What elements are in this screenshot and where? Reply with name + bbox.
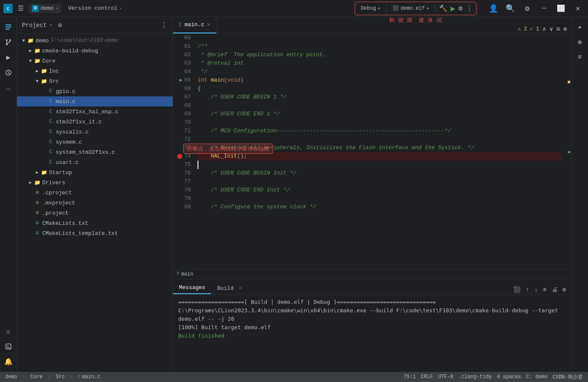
tree-item-it[interactable]: C stm32f1xx_it.c [17, 117, 173, 127]
code-line-67: /* USER CODE BEGIN 1 */ [198, 93, 562, 101]
warning-badge[interactable]: ⚠ 2 ✓ 1 [517, 25, 540, 33]
tab-build[interactable]: Build × [211, 283, 248, 294]
tab-main-c[interactable]: C main.c × [173, 17, 217, 33]
file-icon-sysmem: C [47, 139, 54, 145]
panel-gear-icon[interactable]: ⚙ [58, 22, 62, 29]
debug-more-icon[interactable]: ⋮ [466, 4, 473, 13]
bottom-stop-icon[interactable]: ⬛ [512, 285, 522, 294]
tab-options[interactable]: ⚙ [563, 25, 568, 33]
vcs-selector[interactable]: Version control ▾ [65, 4, 125, 13]
debug-elf-dropdown[interactable]: ⬛ demo.elf ▾ [390, 4, 432, 12]
status-src-label: Src [56, 374, 65, 380]
build-line-4: Build finished [178, 332, 566, 340]
status-sep2: › [48, 374, 51, 380]
status-src[interactable]: Src [54, 374, 67, 380]
tree-item-system[interactable]: C system_stm32f1xx.c [17, 147, 173, 157]
tree-item-hal-msp[interactable]: C stm32f1xx_hal_msp.c [17, 106, 173, 117]
tree-item-inc[interactable]: 📁 Inc [17, 66, 173, 76]
code-line-71: /* MCU Configuration--------------------… [198, 127, 562, 135]
tree-item-drivers[interactable]: 📁 Drivers [17, 177, 173, 188]
tree-item-main[interactable]: C main.c [17, 96, 173, 106]
panel-more-icon[interactable]: ⋮ [161, 21, 168, 30]
status-encoding[interactable]: UTF-8 [436, 374, 455, 380]
account-icon[interactable]: 👤 [487, 2, 500, 15]
panel-title: Project [22, 22, 47, 29]
tree-label-sysmem: sysmem.c [56, 139, 82, 145]
elf-arrow: ▾ [426, 6, 429, 11]
tree-item-cmake-template[interactable]: ≡ CMakeLists_template.txt [17, 228, 173, 238]
tree-item-core[interactable]: 📁 Core [17, 56, 173, 66]
tree-item-cmake[interactable]: 📁 cmake-build-debug [17, 46, 173, 56]
right-sidebar: ✦ ⊕ ≡ [571, 17, 588, 372]
status-csdn[interactable]: CSDN·韩少君 [551, 374, 585, 381]
sidebar-item-project[interactable] [2, 20, 15, 34]
status-demo[interactable]: demo [3, 374, 19, 380]
tab-nav-down[interactable]: ∨ [549, 25, 554, 33]
sidebar-item-problems[interactable]: ⚠ [2, 325, 15, 338]
status-indent[interactable]: 4 spaces [495, 374, 523, 380]
bottom-scroll-up[interactable]: ↑ [524, 286, 531, 294]
tree-label-core: Core [42, 58, 55, 64]
status-position[interactable]: 75:1 [402, 374, 417, 380]
svg-text:C: C [7, 7, 9, 11]
tree-item-cproject[interactable]: ≡ .cproject [17, 188, 173, 198]
sidebar-item-run[interactable]: ▶ [2, 51, 15, 64]
tree-item-sysmem[interactable]: C sysmem.c [17, 137, 173, 147]
line-number-65: ▶65 [176, 76, 191, 85]
maximize-icon[interactable]: ⬜ [554, 2, 568, 15]
bottom-gear[interactable]: ⚙ [561, 285, 568, 294]
sidebar-item-terminal[interactable] [2, 340, 15, 353]
tree-item-project[interactable]: ≡ .project [17, 208, 173, 218]
sidebar-item-debug[interactable] [2, 66, 15, 79]
tree-item-gpio[interactable]: C gpio.c [17, 86, 173, 96]
tree-label-drivers: Drivers [42, 180, 65, 186]
svg-rect-2 [5, 25, 11, 25]
code-line-80: /* Configure the system clock */ [198, 203, 562, 211]
tree-item-cmake-lists[interactable]: ≡ CMakeLists.txt [17, 218, 173, 228]
status-line-ending[interactable]: CRLF [419, 374, 435, 380]
tree-item-startup[interactable]: 📁 Startup [17, 167, 173, 177]
status-file[interactable]: C main.c [76, 374, 102, 380]
bottom-wrap[interactable]: ≡ [541, 286, 548, 294]
vcs-arrow: ▾ [119, 6, 122, 11]
tree-item-demo[interactable]: 📁 demo F:\code\test\F103\demo [17, 35, 173, 46]
right-sidebar-list[interactable]: ≡ [573, 51, 587, 64]
tab-messages[interactable]: Messages [173, 282, 211, 294]
run-icon[interactable]: ▶ [451, 4, 455, 13]
tab-close-icon[interactable]: × [207, 22, 210, 28]
project-selector[interactable]: D demo ▾ [29, 4, 61, 13]
debug-toolbar: Debug ▾ ⬛ demo.elf ▾ 🔨 ▶ ⚙ ⋮ 构 烧 调 建 录 试 [355, 2, 477, 15]
bottom-print[interactable]: 🖨 [550, 286, 559, 294]
bottom-scroll-down[interactable]: ↓ [533, 286, 539, 294]
minimize-icon[interactable]: ─ [537, 2, 551, 15]
tree-item-syscalls[interactable]: C syscalls.c [17, 127, 173, 137]
status-core[interactable]: Core [29, 374, 44, 380]
status-linting[interactable]: .clang-tidy [457, 374, 493, 380]
tab-split[interactable]: ⊡ [555, 25, 561, 33]
status-config[interactable]: C: demo [525, 374, 549, 380]
sidebar-item-vcs[interactable] [2, 35, 15, 49]
tab-build-close[interactable]: × [238, 285, 242, 292]
file-icon-project: ≡ [34, 210, 41, 216]
line-number-78: 78 [176, 186, 191, 194]
tree-item-usart[interactable]: C usart.c [17, 157, 173, 167]
main-area: ▶ … ⚠ 🔔 Project ▾ ⚙ ⋮ 📁 de [0, 17, 588, 372]
right-sidebar-plus[interactable]: ⊕ [573, 35, 587, 49]
code-line-77 [198, 177, 562, 186]
hamburger-menu[interactable]: ☰ [16, 3, 25, 14]
right-sidebar-ai[interactable]: ✦ [573, 20, 587, 34]
tree-item-src[interactable]: 📁 Src [17, 76, 173, 86]
tree-label-cproject: .cproject [42, 190, 72, 196]
hammer-icon[interactable]: 🔨 [439, 4, 447, 13]
debug-settings-icon[interactable]: ⚙ [458, 4, 463, 13]
close-icon[interactable]: ✕ [571, 2, 585, 15]
tree-item-mxproject[interactable]: ≡ .mxproject [17, 198, 173, 208]
tab-nav-up[interactable]: ∧ [542, 25, 547, 33]
settings-icon[interactable]: ⚙ [520, 2, 534, 15]
search-icon[interactable]: 🔍 [504, 2, 517, 15]
debug-config-dropdown[interactable]: Debug ▾ [358, 5, 383, 12]
sidebar-item-notifications[interactable]: 🔔 [2, 355, 15, 368]
sidebar-item-more[interactable]: … [2, 81, 15, 95]
tree-label-hal-msp: stm32f1xx_hal_msp.c [56, 109, 118, 115]
code-editor[interactable]: 6061626364▶65666768697071727374757677787… [173, 34, 571, 269]
